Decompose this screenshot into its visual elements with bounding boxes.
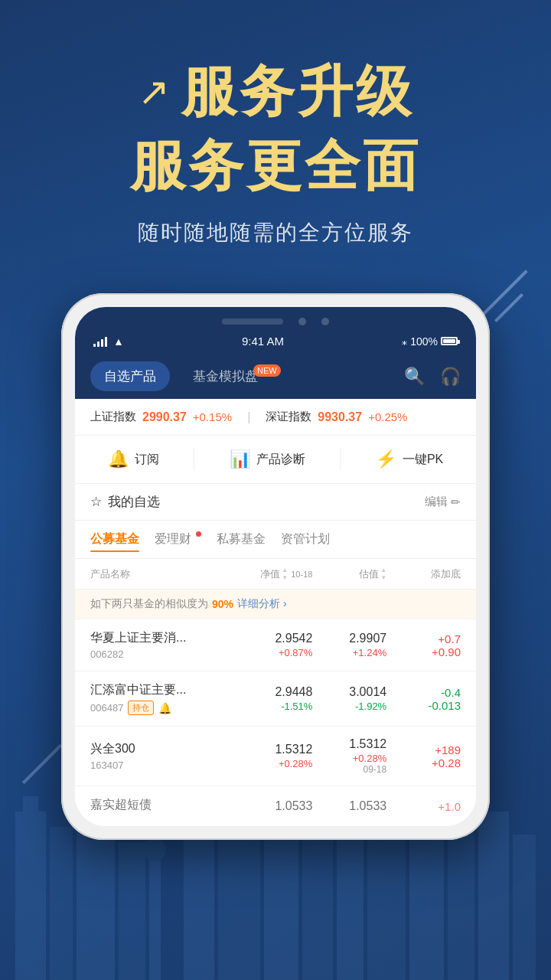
nav-icons: 🔍 🎧 [404,367,461,387]
fund-code-1: 006487 持仓 🔔 [90,701,239,715]
action-bar: 🔔 订阅 📊 产品诊断 ⚡ [75,436,476,484]
pk-label: 一键PK [403,452,443,468]
status-left: ▲ [93,335,124,348]
fund-info-2: 兴全300 163407 [90,741,239,771]
chart-diagnose-icon: 📊 [230,449,250,469]
nav-tab-watchlist[interactable]: 自选产品 [90,361,170,391]
action-diagnose[interactable]: 📊 产品诊断 [230,449,305,469]
est-sort-arrows[interactable]: ▲▼ [380,567,386,581]
subscribe-label: 订阅 [135,452,159,468]
cat-tab-public-fund[interactable]: 公募基金 [90,528,139,550]
hero-description: 随时随地随需的全方位服务 [46,218,505,247]
wifi-icon: ▲ [113,335,124,348]
sz-label: 深证指数 [266,410,311,424]
svg-rect-17 [448,827,474,980]
cat-tab-4-label: 资管计划 [281,532,330,545]
cat-tab-1-label: 公募基金 [90,532,139,545]
category-tabs: 公募基金 爱理财 私募基金 资管计划 [75,521,476,559]
fund-nav-value-2: 1.5312 [239,743,313,756]
similarity-text: 如下两只基金的相似度为 [90,597,208,611]
fund-nav-1: 2.9448 -1.51% [239,685,313,712]
fund-code-0: 006282 [90,648,239,660]
nav-tab-fund-sim[interactable]: 基金模拟盘 NEW [179,361,299,391]
bell-subscribe-icon: 🔔 [108,449,129,469]
fund-info-3: 嘉实超短债 [90,797,239,815]
fund-nav-value-1: 2.9448 [239,685,313,699]
sz-change: +0.25% [368,410,407,423]
fund-nav-0: 2.9542 +0.87% [239,632,313,658]
action-divider-2 [340,448,341,471]
battery-pct: 100% [410,335,438,348]
fund-est-0: 2.9907 +1.24% [312,632,386,658]
svg-rect-5 [119,842,145,980]
nav-date: 10-18 [291,570,312,579]
fund-change-val2-0: +0.90 [386,645,461,658]
signal-bar-1 [93,344,96,347]
cat-tab-private-fund[interactable]: 私募基金 [217,528,266,550]
fund-change-val2-2: +0.28 [386,756,461,769]
fund-row-3[interactable]: 嘉实超短债 1.0533 1.0533 +1.0 [75,786,476,826]
phone-screen-content: 上证指数 2990.37 +0.15% | 深证指数 9930.37 +0.25… [75,399,476,826]
signal-bar-2 [97,341,99,347]
status-time: 9:41 AM [242,335,284,348]
fund-code-2: 163407 [90,760,239,771]
fund-bell-1[interactable]: 🔔 [158,702,171,714]
sh-value: 2990.37 [142,410,187,424]
fund-est-change-0: +1.24% [312,647,386,658]
vs-pk-icon: ⚡ [376,449,396,469]
hero-section: ↗ 服务升级 服务更全面 随时随地随需的全方位服务 [0,0,551,270]
fund-est-value-1: 3.0014 [312,685,386,699]
fund-row-0[interactable]: 华夏上证主要消... 006282 2.9542 +0.87% 2.9907 +… [75,619,476,671]
signal-bars [93,336,107,347]
fund-change-val-0: +0.7 [386,632,461,645]
signal-bar-3 [101,339,103,347]
svg-rect-12 [264,819,298,980]
watchlist-edit-btn[interactable]: 编辑 ✏ [425,495,461,509]
fund-nav-change-0: +0.87% [239,647,313,658]
phone-inner-screen: ▲ 9:41 AM ⁎ 100% 自选产品 基金模拟盘 NEW [75,307,476,826]
fund-est-3: 1.0533 [312,799,386,813]
cat-tab-2-label: 爱理财 [155,532,191,545]
sz-value: 9930.37 [318,410,362,424]
fund-nav-change-1: -1.51% [239,701,313,712]
svg-rect-2 [50,827,73,980]
fund-row-1[interactable]: 汇添富中证主要... 006487 持仓 🔔 2.9448 -1.51% 3.0… [75,671,476,727]
ticker-divider: | [247,410,250,424]
svg-point-8 [143,838,166,861]
wealth-dot [196,531,201,537]
cat-tab-wealth[interactable]: 爱理财 [155,528,201,550]
watchlist-title-text: 我的自选 [108,493,160,511]
similarity-percentage: 90% [212,598,233,610]
watchlist-header: ☆ 我的自选 编辑 ✏ [75,484,476,521]
app-navbar: 自选产品 基金模拟盘 NEW 🔍 🎧 [75,354,476,399]
action-pk[interactable]: ⚡ 一键PK [376,449,443,469]
sh-label: 上证指数 [90,410,136,424]
fund-est-value-0: 2.9907 [312,632,386,645]
hero-arrow-icon: ↗ [138,70,170,114]
headset-icon[interactable]: 🎧 [440,367,461,387]
camera-dot [298,318,306,325]
sh-change: +0.15% [193,410,232,423]
hero-title-row: ↗ 服务升级 [46,61,505,122]
camera-dot-2 [321,318,329,325]
similarity-link[interactable]: 详细分析 › [237,597,287,611]
edit-icon: ✏ [451,495,461,509]
fund-info-0: 华夏上证主要消... 006282 [90,630,239,660]
action-subscribe[interactable]: 🔔 订阅 [108,449,159,469]
search-icon[interactable]: 🔍 [404,367,425,387]
fund-est-1: 3.0014 -1.92% [312,685,386,712]
cat-tab-asset-mgmt[interactable]: 资管计划 [281,528,330,550]
col-header-add: 添加底 [386,567,461,581]
edit-label: 编辑 [425,495,448,509]
svg-rect-0 [15,812,46,980]
fund-nav-value-0: 2.9542 [239,632,313,645]
svg-rect-19 [513,835,536,980]
signal-bar-4 [105,337,107,347]
hero-title-line1: 服务升级 [181,61,414,122]
status-right: ⁎ 100% [402,335,458,348]
fund-change-2: +189 +0.28 [386,743,461,769]
nav-sort-arrows[interactable]: ▲▼ [282,567,288,581]
fund-est-value-3: 1.0533 [312,799,386,813]
fund-row-2[interactable]: 兴全300 163407 1.5312 +0.28% 1.5312 +0.28%… [75,727,476,786]
fund-name-1: 汇添富中证主要... [90,682,239,698]
